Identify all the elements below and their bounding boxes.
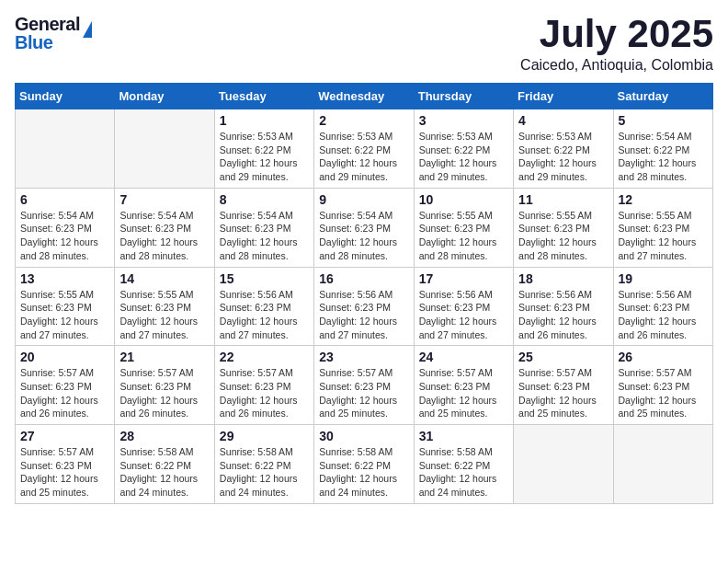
calendar-week-4: 20Sunrise: 5:57 AM Sunset: 6:23 PM Dayli…: [16, 346, 713, 425]
calendar-header-sunday: Sunday: [16, 84, 115, 109]
day-number: 24: [419, 350, 508, 364]
day-info: Sunrise: 5:53 AM Sunset: 6:22 PM Dayligh…: [220, 130, 309, 184]
logo-blue: Blue: [15, 33, 80, 52]
calendar-week-5: 27Sunrise: 5:57 AM Sunset: 6:23 PM Dayli…: [16, 425, 713, 504]
calendar-week-1: 1Sunrise: 5:53 AM Sunset: 6:22 PM Daylig…: [16, 109, 713, 189]
calendar-cell: 22Sunrise: 5:57 AM Sunset: 6:23 PM Dayli…: [214, 346, 313, 425]
calendar-cell: 8Sunrise: 5:54 AM Sunset: 6:23 PM Daylig…: [214, 188, 313, 267]
day-info: Sunrise: 5:53 AM Sunset: 6:22 PM Dayligh…: [419, 130, 508, 184]
day-number: 16: [319, 271, 408, 286]
calendar-cell: 29Sunrise: 5:58 AM Sunset: 6:22 PM Dayli…: [214, 425, 313, 504]
day-info: Sunrise: 5:55 AM Sunset: 6:23 PM Dayligh…: [419, 209, 508, 263]
location-subtitle: Caicedo, Antioquia, Colombia: [520, 57, 713, 74]
day-info: Sunrise: 5:58 AM Sunset: 6:22 PM Dayligh…: [119, 445, 209, 500]
day-info: Sunrise: 5:57 AM Sunset: 6:23 PM Dayligh…: [619, 366, 708, 420]
day-number: 13: [20, 271, 109, 286]
day-info: Sunrise: 5:53 AM Sunset: 6:22 PM Dayligh…: [319, 130, 408, 184]
day-number: 18: [518, 271, 608, 286]
day-number: 20: [20, 350, 109, 364]
day-info: Sunrise: 5:57 AM Sunset: 6:23 PM Dayligh…: [20, 445, 109, 500]
calendar-cell: 3Sunrise: 5:53 AM Sunset: 6:22 PM Daylig…: [414, 109, 513, 189]
day-info: Sunrise: 5:55 AM Sunset: 6:23 PM Dayligh…: [518, 209, 608, 263]
day-number: 11: [518, 192, 608, 207]
calendar-cell: 18Sunrise: 5:56 AM Sunset: 6:23 PM Dayli…: [514, 267, 613, 346]
day-number: 12: [619, 192, 708, 207]
calendar-cell: 21Sunrise: 5:57 AM Sunset: 6:23 PM Dayli…: [115, 346, 214, 425]
calendar-table: SundayMondayTuesdayWednesdayThursdayFrid…: [15, 83, 713, 504]
day-info: Sunrise: 5:57 AM Sunset: 6:23 PM Dayligh…: [20, 366, 109, 420]
day-number: 27: [20, 429, 109, 443]
day-number: 31: [419, 429, 508, 443]
day-number: 29: [220, 429, 309, 443]
calendar-cell: 14Sunrise: 5:55 AM Sunset: 6:23 PM Dayli…: [115, 267, 214, 346]
calendar-cell: 10Sunrise: 5:55 AM Sunset: 6:23 PM Dayli…: [414, 188, 513, 267]
day-number: 6: [20, 192, 109, 207]
header: General Blue July 2025 Caicedo, Antioqui…: [15, 15, 713, 74]
day-info: Sunrise: 5:57 AM Sunset: 6:23 PM Dayligh…: [419, 366, 508, 420]
logo: General Blue: [15, 15, 92, 52]
calendar-cell: 20Sunrise: 5:57 AM Sunset: 6:23 PM Dayli…: [16, 346, 115, 425]
day-info: Sunrise: 5:57 AM Sunset: 6:23 PM Dayligh…: [119, 366, 209, 420]
calendar-cell: 4Sunrise: 5:53 AM Sunset: 6:22 PM Daylig…: [514, 109, 613, 189]
day-info: Sunrise: 5:56 AM Sunset: 6:23 PM Dayligh…: [419, 288, 508, 342]
day-info: Sunrise: 5:57 AM Sunset: 6:23 PM Dayligh…: [319, 366, 408, 420]
calendar-week-2: 6Sunrise: 5:54 AM Sunset: 6:23 PM Daylig…: [16, 188, 713, 267]
calendar-cell: 7Sunrise: 5:54 AM Sunset: 6:23 PM Daylig…: [115, 188, 214, 267]
calendar-cell: 15Sunrise: 5:56 AM Sunset: 6:23 PM Dayli…: [214, 267, 313, 346]
calendar-cell: 9Sunrise: 5:54 AM Sunset: 6:23 PM Daylig…: [314, 188, 414, 267]
day-number: 9: [319, 192, 408, 207]
calendar-header-row: SundayMondayTuesdayWednesdayThursdayFrid…: [16, 84, 713, 109]
calendar-header-friday: Friday: [514, 84, 613, 109]
month-title: July 2025: [520, 15, 713, 53]
day-number: 7: [119, 192, 209, 207]
day-number: 10: [419, 192, 508, 207]
calendar-cell: 12Sunrise: 5:55 AM Sunset: 6:23 PM Dayli…: [613, 188, 712, 267]
calendar-cell: 27Sunrise: 5:57 AM Sunset: 6:23 PM Dayli…: [16, 425, 115, 504]
day-number: 4: [518, 113, 608, 128]
day-info: Sunrise: 5:56 AM Sunset: 6:23 PM Dayligh…: [518, 288, 608, 342]
day-number: 30: [319, 429, 408, 443]
day-info: Sunrise: 5:56 AM Sunset: 6:23 PM Dayligh…: [319, 288, 408, 342]
day-number: 5: [619, 113, 708, 128]
calendar-cell: 24Sunrise: 5:57 AM Sunset: 6:23 PM Dayli…: [414, 346, 513, 425]
calendar-cell: 28Sunrise: 5:58 AM Sunset: 6:22 PM Dayli…: [115, 425, 214, 504]
calendar-header-monday: Monday: [115, 84, 214, 109]
calendar-header-wednesday: Wednesday: [314, 84, 414, 109]
logo-general: General: [15, 15, 80, 33]
day-info: Sunrise: 5:53 AM Sunset: 6:22 PM Dayligh…: [518, 130, 608, 184]
day-number: 17: [419, 271, 508, 286]
logo-triangle-icon: [83, 21, 92, 38]
calendar-week-3: 13Sunrise: 5:55 AM Sunset: 6:23 PM Dayli…: [16, 267, 713, 346]
day-info: Sunrise: 5:57 AM Sunset: 6:23 PM Dayligh…: [220, 366, 309, 420]
day-info: Sunrise: 5:54 AM Sunset: 6:23 PM Dayligh…: [319, 209, 408, 263]
calendar-cell: 17Sunrise: 5:56 AM Sunset: 6:23 PM Dayli…: [414, 267, 513, 346]
calendar-header-tuesday: Tuesday: [214, 84, 313, 109]
calendar-cell: 25Sunrise: 5:57 AM Sunset: 6:23 PM Dayli…: [514, 346, 613, 425]
calendar-cell: 31Sunrise: 5:58 AM Sunset: 6:22 PM Dayli…: [414, 425, 513, 504]
day-number: 22: [220, 350, 309, 364]
calendar-cell: [16, 109, 115, 189]
calendar-cell: 16Sunrise: 5:56 AM Sunset: 6:23 PM Dayli…: [314, 267, 414, 346]
day-number: 28: [119, 429, 209, 443]
day-info: Sunrise: 5:54 AM Sunset: 6:22 PM Dayligh…: [619, 130, 708, 184]
day-info: Sunrise: 5:55 AM Sunset: 6:23 PM Dayligh…: [119, 288, 209, 342]
calendar-cell: 11Sunrise: 5:55 AM Sunset: 6:23 PM Dayli…: [514, 188, 613, 267]
calendar-cell: [613, 425, 712, 504]
calendar-cell: 13Sunrise: 5:55 AM Sunset: 6:23 PM Dayli…: [16, 267, 115, 346]
calendar-header-saturday: Saturday: [613, 84, 712, 109]
calendar-cell: 26Sunrise: 5:57 AM Sunset: 6:23 PM Dayli…: [613, 346, 712, 425]
day-number: 8: [220, 192, 309, 207]
calendar-cell: 2Sunrise: 5:53 AM Sunset: 6:22 PM Daylig…: [314, 109, 414, 189]
day-number: 25: [518, 350, 608, 364]
calendar-cell: 23Sunrise: 5:57 AM Sunset: 6:23 PM Dayli…: [314, 346, 414, 425]
calendar-cell: [115, 109, 214, 189]
calendar-cell: [514, 425, 613, 504]
day-number: 1: [220, 113, 309, 128]
day-info: Sunrise: 5:58 AM Sunset: 6:22 PM Dayligh…: [419, 445, 508, 500]
calendar-cell: 19Sunrise: 5:56 AM Sunset: 6:23 PM Dayli…: [613, 267, 712, 346]
logo-text: General Blue: [15, 15, 80, 52]
day-number: 23: [319, 350, 408, 364]
day-number: 14: [119, 271, 209, 286]
day-info: Sunrise: 5:56 AM Sunset: 6:23 PM Dayligh…: [220, 288, 309, 342]
calendar-cell: 6Sunrise: 5:54 AM Sunset: 6:23 PM Daylig…: [16, 188, 115, 267]
